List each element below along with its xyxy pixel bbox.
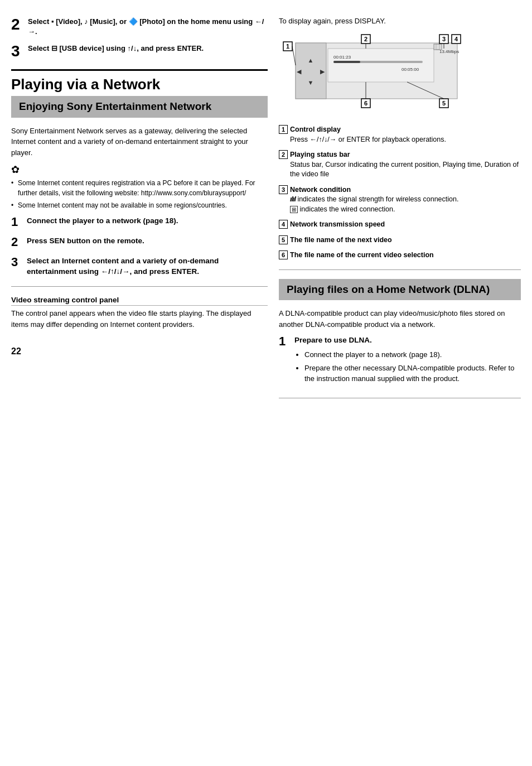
step-icon-video: ▪ (51, 17, 56, 26)
diagram-item-4: 4 Network transmission speed (279, 220, 521, 230)
streaming-text: The control panel appears when the video… (11, 308, 268, 330)
top-step-2: 2 Select ▪ [Video], ♪ [Music], or 🔷 [Pho… (11, 17, 268, 37)
svg-text:6: 6 (364, 100, 367, 107)
dlna-title: Playing files on a Home Network (DLNA) (287, 283, 513, 296)
subsection-heading-box: Enjoying Sony Entertainment Network (11, 96, 268, 118)
svg-text:5: 5 (442, 100, 446, 107)
dlna-step-number: 1 (279, 335, 289, 348)
body-text: Sony Entertainment Network serves as a g… (11, 126, 268, 158)
diagram-item-2: 2 Playing status bar Status bar, Cursor … (279, 150, 521, 180)
diagram-items-list: 1 Control display Press ←/↑/↓/→ or ENTER… (279, 125, 521, 261)
diagram-num-6: 6 (279, 250, 288, 259)
diagram-desc-6: The file name of the current video selec… (290, 250, 434, 261)
left-column: 2 Select ▪ [Video], ♪ [Music], or 🔷 [Pho… (11, 17, 268, 749)
right-column: To display again, press DISPLAY. ▲ ◀ ▶ ▼ (279, 17, 521, 749)
dlna-bullet-2: Prepare the other necessary DLNA-compati… (304, 363, 521, 384)
thin-divider (11, 286, 268, 287)
step-label: Select (28, 17, 49, 26)
svg-rect-6 (328, 49, 434, 82)
top-step-3: 3 Select ⊟ [USB device] using ↑/↓, and p… (11, 44, 268, 59)
svg-text:▶: ▶ (320, 68, 325, 75)
diagram-svg: ▲ ◀ ▶ ▼ 00:01:23 00:05:00 13.4Mbps (279, 32, 480, 115)
tip-list: Some Internet content requires registrat… (11, 178, 268, 210)
dlna-bullet-1: Connect the player to a network (page 18… (304, 349, 521, 360)
diagram-desc-3: Network condition ılıl indicates the sig… (290, 185, 458, 215)
page-number: 22 (11, 346, 268, 356)
svg-text:13.4Mbps: 13.4Mbps (439, 49, 459, 54)
section-divider (11, 69, 268, 71)
display-again-text: To display again, press DISPLAY. (279, 17, 521, 25)
tip-block: ✿ Some Internet content requires registr… (11, 163, 268, 210)
diagram-text-1: Press ←/↑/↓/→ or ENTER for playback oper… (290, 136, 446, 143)
svg-text:00:01:23: 00:01:23 (333, 55, 351, 60)
bottom-divider (279, 398, 521, 398)
page-container: 2 Select ▪ [Video], ♪ [Music], or 🔷 [Pho… (0, 0, 532, 766)
player-diagram: ▲ ◀ ▶ ▼ 00:01:23 00:05:00 13.4Mbps (279, 32, 480, 117)
diagram-desc-4: Network transmission speed (290, 220, 385, 230)
svg-rect-8 (333, 61, 360, 63)
diagram-num-5: 5 (279, 235, 288, 244)
diagram-title-2: Playing status bar (290, 151, 350, 158)
step-text: Select an Internet content and a variety… (27, 256, 268, 277)
step-number: 1 (11, 216, 21, 228)
diagram-title-4: Network transmission speed (290, 220, 385, 228)
dlna-step-text: Prepare to use DLNA. (294, 336, 372, 344)
diagram-desc-5: The file name of the next video (290, 235, 392, 245)
svg-text:00:05:00: 00:05:00 (402, 67, 419, 72)
dlna-section: Playing files on a Home Network (DLNA) A… (279, 279, 521, 398)
svg-text:◀: ◀ (297, 68, 302, 75)
subsection-title: Enjoying Sony Entertainment Network (19, 100, 260, 113)
svg-text:4: 4 (454, 36, 458, 42)
step-text: Connect the player to a network (page 18… (27, 216, 178, 227)
step-content: Select ⊟ [USB device] using ↑/↓, and pre… (28, 44, 204, 54)
diagram-item-6: 6 The file name of the current video sel… (279, 250, 521, 261)
dlna-step-content: Prepare to use DLNA. Connect the player … (294, 335, 521, 388)
wired-icon: ⊞ (290, 206, 298, 213)
step-1: 1 Connect the player to a network (page … (11, 216, 268, 228)
tip-icon: ✿ (11, 163, 268, 176)
tip-item-1: Some Internet content requires registrat… (11, 178, 268, 198)
svg-rect-12 (434, 44, 442, 50)
step-number: 2 (11, 17, 23, 32)
diagram-wireless-text: indicates the signal strength for wirele… (297, 195, 458, 203)
network-bars-icon: ılıl (290, 195, 296, 203)
svg-text:▲: ▲ (308, 57, 314, 64)
diagram-item-1: 1 Control display Press ←/↑/↓/→ or ENTER… (279, 125, 521, 144)
diagram-title-1: Control display (290, 126, 341, 133)
step-2: 2 Press SEN button on the remote. (11, 236, 268, 248)
svg-text:▼: ▼ (308, 79, 314, 86)
dlna-step-1: 1 Prepare to use DLNA. Connect the playe… (279, 335, 521, 388)
step-number: 2 (11, 236, 21, 248)
step-text: Press SEN button on the remote. (27, 236, 144, 247)
diagram-item-5: 5 The file name of the next video (279, 235, 521, 245)
diagram-title-6: The file name of the current video selec… (290, 251, 434, 259)
svg-text:3: 3 (442, 36, 446, 42)
dlna-body-text: A DLNA-compatible product can play video… (279, 308, 521, 330)
diagram-desc-1: Control display Press ←/↑/↓/→ or ENTER f… (290, 125, 446, 144)
main-section-title: Playing via a Network (11, 76, 268, 93)
diagram-title-5: The file name of the next video (290, 236, 392, 244)
streaming-panel-section: Video streaming control panel The contro… (11, 296, 268, 330)
dlna-divider (279, 269, 521, 270)
diagram-desc-2: Playing status bar Status bar, Cursor in… (290, 150, 521, 180)
diagram-num-3: 3 (279, 185, 288, 194)
svg-text:1: 1 (286, 43, 289, 50)
diagram-wired-text: indicates the wired connection. (299, 205, 395, 213)
diagram-item-3: 3 Network condition ılıl indicates the s… (279, 185, 521, 215)
svg-line-26 (292, 46, 296, 65)
diagram-num-2: 2 (279, 150, 288, 159)
tip-item-2: Some Internet content may not be availab… (11, 200, 268, 210)
diagram-title-3: Network condition (290, 186, 351, 194)
step-number: 3 (11, 44, 23, 59)
dlna-bullet-list: Connect the player to a network (page 18… (294, 349, 521, 384)
diagram-text-2: Status bar, Cursor indicating the curren… (290, 161, 519, 179)
diagram-num-1: 1 (279, 125, 288, 134)
step-number: 3 (11, 256, 21, 268)
streaming-heading: Video streaming control panel (11, 296, 268, 306)
step-3: 3 Select an Internet content and a varie… (11, 256, 268, 277)
diagram-num-4: 4 (279, 220, 288, 229)
step-content: Select ▪ [Video], ♪ [Music], or 🔷 [Photo… (28, 17, 268, 37)
dlna-heading-box: Playing files on a Home Network (DLNA) (279, 279, 521, 301)
svg-text:2: 2 (364, 36, 367, 42)
